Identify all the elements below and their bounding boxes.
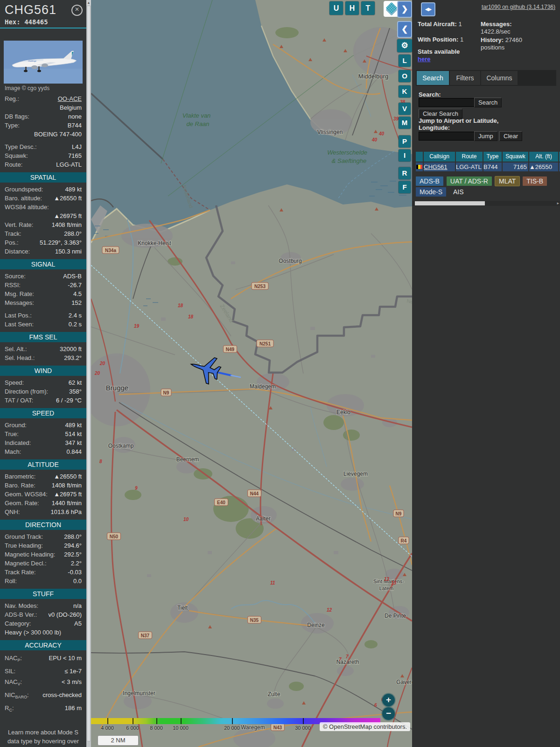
section-rows: Groundspeed:489 ktBaro. altitude:▲26550 …	[0, 185, 86, 256]
detail-row: ADS-B Ver.:v0 (DO-260)	[0, 610, 86, 619]
detail-row: Speed:62 kt	[0, 378, 86, 387]
plus-icon: +	[386, 695, 391, 705]
jump-button[interactable]: Jump	[474, 131, 497, 141]
map-button-l[interactable]: L	[399, 55, 411, 67]
map-button-u[interactable]: U	[329, 1, 343, 15]
zoom-in-button[interactable]: +	[382, 694, 395, 706]
legend-tis-b[interactable]: TIS-B	[523, 176, 547, 186]
scrollbar-thumb[interactable]	[87, 6, 91, 741]
row-type: B744	[483, 162, 502, 171]
row-callsign-link[interactable]: CHG561	[424, 162, 455, 171]
detail-label: Magnetic Decl.:	[5, 559, 47, 568]
colorbar-tick	[232, 718, 233, 724]
detail-value: v0 (DO-260)	[48, 610, 82, 619]
aircraft-photo[interactable]: Challenge	[4, 41, 83, 84]
close-icon[interactable]: ✕	[71, 5, 83, 16]
town-label: Lievegem	[343, 471, 368, 477]
detail-value-link[interactable]: OO-ACE	[58, 94, 82, 103]
map-button-v[interactable]: V	[399, 103, 411, 115]
column-header-squawk[interactable]: Squawk	[503, 152, 528, 162]
detail-row: NICBARO:cross-checked	[0, 690, 86, 703]
table-horizontal-scrollbar[interactable]: ▸	[412, 201, 560, 206]
column-header-route[interactable]: Route	[456, 152, 483, 162]
road-badge: N49	[224, 345, 237, 352]
detail-row: Ground Track:288.0°	[0, 532, 86, 541]
detail-label: Squawk:	[5, 151, 28, 160]
hex-code: Hex: 448465	[5, 18, 82, 26]
svg-text:N253: N253	[254, 284, 266, 289]
colorbar-label: 30 000	[295, 725, 311, 731]
detail-row: NACP:EPU < 10 m	[0, 653, 86, 666]
expand-right-button[interactable]: ❯	[397, 1, 412, 18]
search-button[interactable]: Search	[474, 98, 502, 107]
tab-columns[interactable]: Columns	[481, 71, 518, 85]
table-header-row: CallsignRouteTypeSquawkAlt. (ft)Sp	[416, 152, 560, 162]
detail-label: Indicated:	[5, 438, 31, 447]
detail-row: Route:LGG-ATL	[0, 160, 86, 169]
legend-ads-b[interactable]: ADS-B	[416, 176, 443, 186]
map-button-m[interactable]: M	[399, 117, 411, 129]
road-badge: N9	[393, 510, 404, 517]
detail-label: Roll:	[5, 577, 17, 585]
legend-mlat[interactable]: MLAT	[495, 176, 519, 186]
detail-label: Baro. Rate:	[5, 481, 35, 490]
tab-filters[interactable]: Filters	[450, 71, 480, 85]
road-badge: N251	[257, 340, 273, 347]
detail-label: Msg. Rate:	[5, 289, 34, 298]
table-row[interactable]: CHG561LGG-ATLB7447165▲26550	[416, 162, 560, 171]
detail-value: BOEING 747-400	[34, 130, 82, 139]
road-exit-number: 11	[270, 580, 275, 585]
spacer	[0, 139, 86, 142]
jump-input[interactable]	[419, 132, 475, 141]
detail-row: Reg.:OO-ACE	[0, 94, 86, 103]
legend-ais[interactable]: AIS	[449, 187, 468, 197]
section-rows: Sel. Alt.:32000 ftSel. Head.:293.2°	[0, 345, 86, 362]
jump-clear-button[interactable]: Clear	[499, 131, 522, 141]
scroll-up-icon[interactable]: ▲	[86, 0, 91, 6]
detail-value: 32000 ft	[60, 345, 82, 353]
github-link[interactable]: tar1090 on github (3.14.1736)	[482, 4, 555, 10]
section-header: ALTITUDE	[0, 459, 86, 470]
road-exit-number: 12	[327, 607, 332, 613]
town-label: Middelburg	[358, 73, 388, 80]
section-rows: Source:ADS-BRSSI:-26.7Msg. Rate:4.5Messa…	[0, 272, 86, 329]
callsign-title: CHG561	[5, 3, 82, 17]
detail-row: Source:ADS-B	[0, 272, 86, 281]
detail-value: 293.2°	[64, 353, 82, 362]
map-button-r[interactable]: R	[399, 167, 411, 179]
map-button-h[interactable]: H	[345, 1, 359, 15]
hscroll-thumb[interactable]	[415, 201, 485, 205]
detail-label: RSSI:	[5, 281, 21, 289]
detail-label: Barometric:	[5, 472, 35, 481]
toggle-width-icon: ◀▶	[425, 7, 431, 12]
zoom-out-button[interactable]: −	[382, 707, 395, 720]
map-button-i[interactable]: I	[399, 149, 411, 162]
map-button-t[interactable]: T	[361, 1, 375, 15]
collapse-left-button[interactable]: ❮	[397, 21, 412, 38]
map-button-k[interactable]: K	[399, 85, 411, 98]
search-input[interactable]	[419, 98, 475, 107]
road-exit-number: 20	[94, 371, 100, 376]
column-header-type[interactable]: Type	[483, 152, 502, 162]
map-button-o[interactable]: O	[399, 70, 411, 82]
map-button-p[interactable]: P	[399, 135, 411, 148]
detail-value: 288.0°	[64, 532, 82, 541]
detail-row: DB flags:none	[0, 112, 86, 121]
map-canvas[interactable]: Vlakte vande RaanWesterschelde& Saefting…	[91, 0, 412, 747]
left-panel-scrollbar[interactable]: ▲	[86, 0, 91, 747]
svg-text:N9: N9	[163, 390, 169, 395]
settings-button[interactable]: ⚙	[397, 39, 412, 52]
history-value: 27460	[505, 36, 522, 43]
column-header-callsign[interactable]: Callsign	[424, 152, 455, 162]
map-button-f[interactable]: F	[399, 181, 411, 193]
colorbar-tick	[107, 718, 108, 724]
sidebar-toggle-button[interactable]: ◀▶	[421, 2, 435, 16]
tab-search[interactable]: Search	[417, 71, 449, 85]
detail-row: Geom. WGS84:▲26975 ft	[0, 490, 86, 499]
column-header-alt-ft-[interactable]: Alt. (ft)	[529, 152, 558, 162]
legend-mode-s[interactable]: Mode-S	[416, 187, 446, 197]
stats-here-link[interactable]: here	[418, 56, 430, 63]
legend-uat-ads-r[interactable]: UAT / ADS-R	[447, 176, 492, 186]
column-header[interactable]	[416, 152, 423, 162]
detail-label: Distance:	[5, 247, 30, 256]
